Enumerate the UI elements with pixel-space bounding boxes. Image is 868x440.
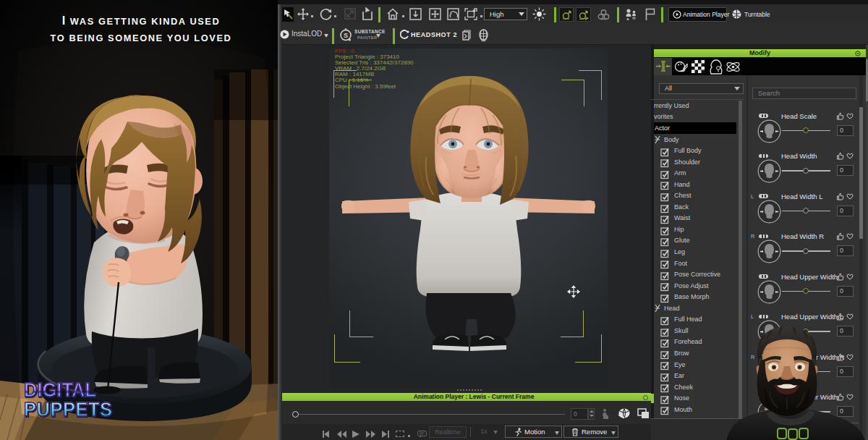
- svg-text:S: S: [344, 32, 348, 39]
